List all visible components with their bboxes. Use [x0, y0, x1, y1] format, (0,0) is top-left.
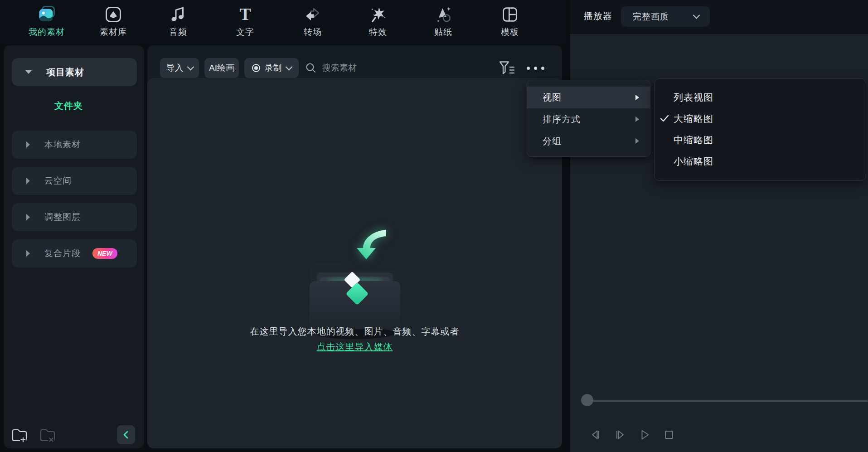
caret-right-icon [26, 141, 30, 148]
sidebar-item-folders[interactable]: 文件夹 [54, 100, 83, 112]
sidebar-item-label: 本地素材 [44, 139, 81, 151]
checkmark-icon [658, 112, 671, 127]
import-label: 导入 [166, 62, 184, 74]
next-frame-button[interactable] [612, 427, 628, 443]
submenu-arrow-icon [635, 117, 639, 122]
audio-icon [169, 5, 188, 24]
stop-icon [661, 427, 677, 442]
tab-label: 我的素材 [29, 26, 65, 38]
chevron-down-icon [693, 12, 700, 19]
folder-x-icon [39, 427, 57, 443]
new-badge: NEW [92, 248, 117, 259]
import-button[interactable]: 导入 [160, 58, 199, 78]
quality-value: 完整画质 [633, 11, 669, 23]
chevron-left-icon [121, 430, 131, 440]
text-icon: T [236, 5, 255, 24]
quality-dropdown[interactable]: 完整画质 [621, 6, 710, 27]
sidebar-item-project-media[interactable]: 项目素材 [12, 58, 137, 86]
player-title: 播放器 [584, 10, 612, 22]
caret-right-icon [26, 250, 30, 257]
submenu-arrow-icon [635, 95, 639, 100]
step-forward-icon [612, 427, 628, 442]
tab-label: 转场 [304, 26, 322, 38]
filmora-app-window: 我的素材 素材库 音频 [0, 0, 868, 452]
sidebar-item-compound-clip[interactable]: 复合片段 NEW [12, 239, 137, 267]
filter-button[interactable] [497, 59, 517, 77]
stock-media-icon [104, 5, 123, 24]
tab-label: 模板 [501, 26, 519, 38]
caret-down-icon [25, 70, 32, 74]
tab-label: 音频 [169, 26, 187, 38]
play-button[interactable] [636, 427, 653, 443]
transition-icon [303, 5, 322, 24]
menu-item-group[interactable]: 分组 [527, 130, 650, 152]
sidebar: 项目素材 文件夹 本地素材 云空间 调整图层 复合片段 NEW [4, 45, 144, 448]
tab-label: 素材库 [100, 26, 127, 38]
caret-right-icon [26, 178, 30, 184]
more-options-button[interactable] [524, 62, 546, 74]
submenu-item-large-thumbnail[interactable]: 大缩略图 [655, 108, 866, 129]
media-panel: 导入 AI绘画 录制 [147, 45, 562, 448]
empty-state-text: 在这里导入您本地的视频、图片、音频、字幕或者 [147, 326, 562, 338]
submenu-item-label: 列表视图 [674, 91, 713, 104]
add-folder-button[interactable] [10, 426, 29, 444]
submenu-item-label: 大缩略图 [674, 112, 713, 125]
import-media-link[interactable]: 点击这里导入媒体 [317, 342, 393, 352]
sidebar-item-label: 调整图层 [44, 211, 81, 223]
search-input[interactable] [322, 63, 417, 73]
sidebar-item-label: 项目素材 [46, 66, 84, 78]
sticker-icon [434, 5, 453, 24]
submenu-item-list-view[interactable]: 列表视图 [655, 87, 866, 108]
submenu-item-label: 中缩略图 [674, 134, 713, 146]
seek-handle[interactable] [581, 394, 593, 406]
tab-my-media[interactable]: 我的素材 [22, 5, 72, 41]
transport-controls [587, 427, 677, 443]
sidebar-item-local-media[interactable]: 本地素材 [12, 131, 137, 159]
record-label: 录制 [265, 62, 282, 74]
chevron-down-icon [285, 63, 292, 70]
tab-stickers[interactable]: 贴纸 [418, 5, 468, 41]
menu-item-label: 分组 [543, 135, 562, 147]
player-panel: 播放器 完整画质 [570, 0, 868, 452]
tab-transitions[interactable]: 转场 [288, 5, 338, 41]
delete-folder-button[interactable] [38, 426, 57, 444]
submenu-item-medium-thumbnail[interactable]: 中缩略图 [655, 129, 866, 151]
top-nav-bar: 我的素材 素材库 音频 [0, 0, 566, 44]
seek-bar[interactable] [587, 400, 868, 402]
record-button[interactable]: 录制 [244, 58, 299, 78]
tab-label: 贴纸 [434, 26, 452, 38]
sidebar-item-cloud-space[interactable]: 云空间 [12, 167, 137, 195]
menu-item-view[interactable]: 视图 [527, 87, 650, 108]
sidebar-item-label: 复合片段 [44, 248, 81, 259]
tab-stock-media[interactable]: 素材库 [88, 5, 138, 41]
ellipsis-icon [527, 67, 544, 70]
sidebar-item-adjustment-layer[interactable]: 调整图层 [12, 203, 137, 231]
more-options-menu: 视图 排序方式 分组 [527, 80, 650, 157]
previous-frame-button[interactable] [587, 427, 604, 443]
filter-icon [498, 60, 516, 76]
tab-effects[interactable]: 特效 [353, 5, 403, 41]
search-icon [305, 62, 317, 74]
submenu-item-small-thumbnail[interactable]: 小缩略图 [655, 151, 866, 172]
template-icon [500, 5, 519, 24]
effects-icon [369, 5, 388, 24]
collapse-sidebar-button[interactable] [117, 425, 135, 444]
folder-plus-icon [10, 427, 29, 443]
svg-text:T: T [239, 5, 251, 24]
empty-state-link-row: 点击这里导入媒体 [147, 341, 562, 353]
record-icon [252, 64, 260, 72]
submenu-item-label: 小缩略图 [674, 155, 713, 168]
view-submenu: 列表视图 大缩略图 中缩略图 小缩略图 [654, 78, 866, 181]
ai-paint-label: AI绘画 [209, 62, 234, 74]
tab-label: 文字 [236, 26, 254, 38]
ai-paint-button[interactable]: AI绘画 [204, 58, 239, 78]
tab-templates[interactable]: 模板 [485, 5, 535, 41]
menu-item-sort-by[interactable]: 排序方式 [527, 108, 650, 130]
tab-audio[interactable]: 音频 [153, 5, 203, 41]
stop-button[interactable] [661, 427, 677, 443]
menu-item-label: 视图 [543, 92, 562, 104]
tab-text[interactable]: T 文字 [220, 5, 270, 41]
caret-right-icon [26, 214, 30, 220]
step-back-icon [588, 427, 603, 442]
chevron-down-icon [187, 63, 194, 70]
